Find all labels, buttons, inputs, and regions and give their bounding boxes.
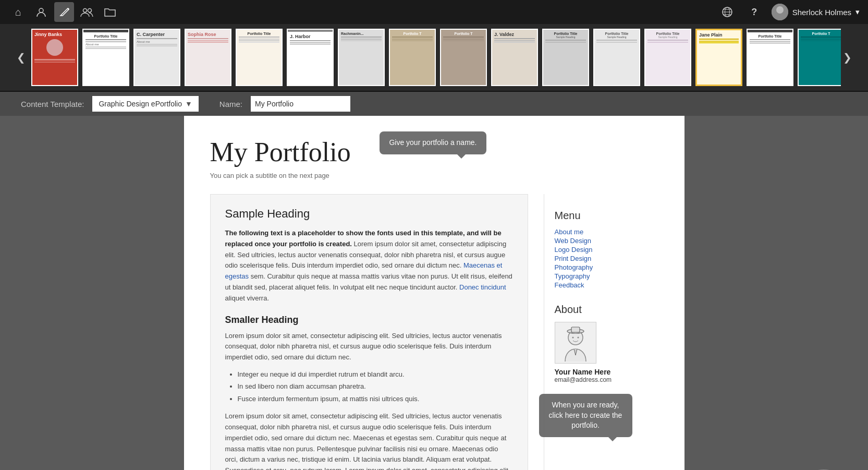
portfolio-main-content: Sample Heading The following text is a p…	[210, 194, 528, 470]
sidebar-menu-title: Menu	[555, 210, 648, 222]
sample-content-box: Sample Heading The following text is a p…	[210, 194, 528, 470]
svg-point-0	[39, 8, 43, 13]
tooltip-name-bubble: Give your portfolio a name.	[380, 131, 486, 154]
template-scroll: Jinny Banks Portfolio Title About me	[27, 29, 841, 86]
svg-point-3	[88, 9, 92, 13]
content-template-value: Graphic Design ePortfolio	[99, 100, 182, 108]
group-icon[interactable]	[77, 2, 97, 22]
sidebar-link-web-design[interactable]: Web Design	[555, 237, 648, 245]
sidebar-link-feedback[interactable]: Feedback	[555, 281, 648, 289]
sample-list: Integer eu neque id dui imperdiet rutrum…	[238, 368, 513, 405]
sidebar-menu-links: About me Web Design Logo Design Print De…	[555, 228, 648, 289]
template-harbor[interactable]: J. Harbor	[287, 29, 334, 86]
content-template-dropdown[interactable]: Graphic Design ePortfolio ▼	[92, 96, 198, 112]
sidebar-link-about-me[interactable]: About me	[555, 228, 648, 236]
svg-point-2	[83, 9, 87, 13]
template-jane-plain[interactable]: Jane Plain	[695, 29, 742, 86]
sidebar-link-photography[interactable]: Photography	[555, 263, 648, 271]
nav-right: ? Sherlock Holmes ▾	[717, 2, 860, 22]
sidebar-user-name: Your Name Here	[555, 368, 648, 376]
lorem-1: Lorem ipsum dolor sit amet, consectetur …	[225, 331, 513, 363]
lorem-2: Lorem ipsum dolor sit amet, consectetur …	[225, 411, 513, 470]
sidebar: Menu About me Web Design Logo Design Pri…	[544, 194, 658, 470]
portfolio-subtitle: You can pick a subtitle on the next page	[210, 172, 658, 179]
home-icon[interactable]: ⌂	[8, 2, 28, 22]
globe-icon[interactable]	[717, 2, 737, 22]
user-name: Sherlock Holmes	[792, 8, 851, 17]
svg-rect-14	[571, 327, 580, 332]
template-valdez[interactable]: J. Valdez	[491, 29, 538, 86]
pen-icon[interactable]	[54, 2, 74, 22]
nav-icons: ⌂	[8, 2, 120, 22]
help-icon[interactable]: ?	[744, 2, 764, 22]
sample-text-3: aliquet viverra.	[225, 294, 270, 302]
sidebar-avatar	[555, 322, 596, 364]
svg-point-1	[68, 8, 69, 10]
user-dropdown-arrow: ▾	[855, 7, 860, 17]
list-item: In sed libero non diam accumsan pharetra…	[238, 380, 513, 392]
template-15[interactable]: Portfolio Title	[747, 29, 793, 86]
svg-point-15	[572, 337, 573, 339]
dropdown-arrow-icon: ▼	[185, 100, 192, 108]
template-carpenter[interactable]: C. Carpenter About me	[133, 29, 180, 86]
template-12[interactable]: Portfolio Title Sample Heading	[593, 29, 640, 86]
tooltip-name-text: Give your portfolio a name.	[389, 138, 476, 147]
svg-point-16	[577, 337, 579, 339]
tooltip-create-bubble: When you are ready, click here to create…	[539, 394, 632, 437]
template-rachmaninov[interactable]: Rachmanin...	[338, 29, 385, 86]
topbar: ⌂ ? Sherlock Holmes ▾	[0, 0, 868, 24]
user-icon[interactable]	[31, 2, 51, 22]
portfolio-name-input[interactable]	[251, 96, 350, 112]
content-template-bar: Content Template: Graphic Design ePortfo…	[0, 92, 868, 116]
svg-point-10	[776, 6, 784, 14]
list-item: Fusce interdum fermentum ipsum, at matti…	[238, 393, 513, 405]
user-menu[interactable]: Sherlock Holmes ▾	[772, 4, 860, 20]
sidebar-link-logo-design[interactable]: Logo Design	[555, 246, 648, 254]
template-9[interactable]: Portfolio T	[440, 29, 487, 86]
strip-left-arrow[interactable]: ❮	[15, 51, 27, 64]
folder-icon[interactable]	[100, 2, 120, 22]
template-5[interactable]: Portfolio Title	[236, 29, 283, 86]
content-template-label: Content Template:	[21, 100, 84, 109]
smaller-heading: Smaller Heading	[225, 315, 513, 326]
portfolio-preview: Give your portfolio a name. My Portfolio…	[184, 116, 684, 470]
template-8[interactable]: Portfolio T	[389, 29, 436, 86]
sidebar-user-email: email@address.com	[555, 376, 648, 383]
template-16[interactable]: Portfolio T	[798, 29, 841, 86]
template-11[interactable]: Portfolio Title Sample Heading	[542, 29, 589, 86]
name-label: Name:	[219, 100, 242, 109]
sample-heading: Sample Heading	[225, 207, 513, 221]
strip-right-arrow[interactable]: ❯	[841, 51, 853, 64]
tooltip-create-text: When you are ready, click here to create…	[549, 401, 622, 429]
template-jinny-banks[interactable]: Jinny Banks	[31, 29, 78, 86]
avatar	[772, 4, 788, 20]
main-area: Give your portfolio a name. My Portfolio…	[0, 116, 868, 470]
sample-text-para-1: The following text is a placeholder to s…	[225, 228, 513, 304]
sidebar-link-print-design[interactable]: Print Design	[555, 255, 648, 262]
sidebar-about-title: About	[555, 304, 648, 316]
template-sophia-rose[interactable]: Sophia Rose	[185, 29, 231, 86]
template-strip: ❮ Jinny Banks Portfolio Title About me	[0, 24, 868, 91]
template-2[interactable]: Portfolio Title About me	[82, 29, 129, 86]
portfolio-body: Sample Heading The following text is a p…	[210, 194, 658, 470]
list-item: Integer eu neque id dui imperdiet rutrum…	[238, 368, 513, 380]
sample-link-2[interactable]: Donec tincidunt	[459, 283, 506, 291]
sidebar-link-typography[interactable]: Typography	[555, 272, 648, 280]
template-13[interactable]: Portfolio Title Sample Heading	[644, 29, 691, 86]
